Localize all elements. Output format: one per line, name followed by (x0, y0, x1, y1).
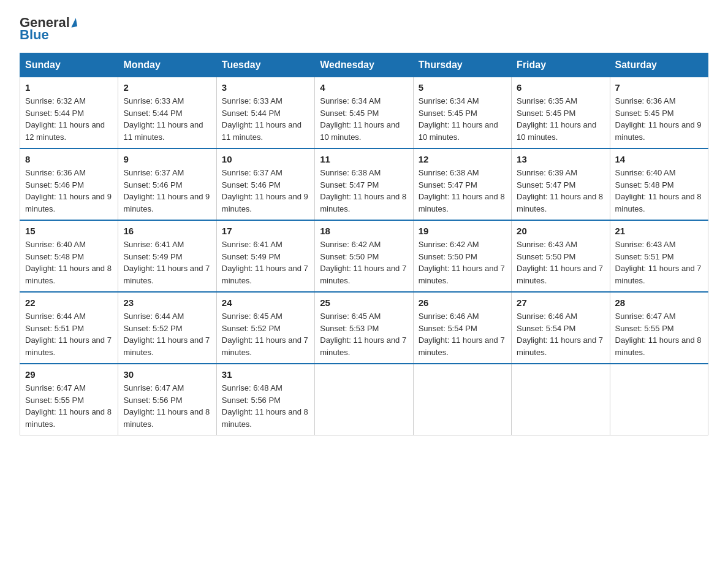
calendar-header-monday: Monday (118, 53, 216, 77)
day-info: Sunrise: 6:32 AM Sunset: 5:44 PM Dayligh… (25, 95, 113, 143)
day-number: 29 (25, 369, 113, 380)
day-info: Sunrise: 6:35 AM Sunset: 5:45 PM Dayligh… (517, 95, 604, 143)
calendar-header-saturday: Saturday (610, 53, 708, 77)
day-info: Sunrise: 6:41 AM Sunset: 5:49 PM Dayligh… (123, 239, 211, 286)
day-number: 5 (419, 82, 506, 93)
calendar-cell: 19 Sunrise: 6:42 AM Sunset: 5:50 PM Dayl… (413, 220, 511, 292)
day-info: Sunrise: 6:33 AM Sunset: 5:44 PM Dayligh… (123, 95, 211, 143)
day-number: 1 (25, 82, 113, 93)
day-number: 17 (222, 226, 309, 236)
calendar-cell (610, 364, 708, 435)
day-number: 10 (222, 154, 309, 164)
day-number: 16 (123, 226, 211, 236)
day-info: Sunrise: 6:44 AM Sunset: 5:51 PM Dayligh… (25, 310, 113, 358)
calendar-cell: 28 Sunrise: 6:47 AM Sunset: 5:55 PM Dayl… (610, 292, 708, 364)
day-number: 12 (419, 154, 506, 164)
calendar-cell: 9 Sunrise: 6:37 AM Sunset: 5:46 PM Dayli… (118, 148, 216, 220)
day-number: 19 (419, 226, 506, 236)
day-info: Sunrise: 6:38 AM Sunset: 5:47 PM Dayligh… (419, 167, 506, 215)
day-info: Sunrise: 6:44 AM Sunset: 5:52 PM Dayligh… (123, 310, 211, 358)
calendar-cell: 12 Sunrise: 6:38 AM Sunset: 5:47 PM Dayl… (413, 148, 511, 220)
calendar-cell: 2 Sunrise: 6:33 AM Sunset: 5:44 PM Dayli… (118, 77, 216, 149)
calendar-header-tuesday: Tuesday (216, 53, 314, 77)
day-info: Sunrise: 6:40 AM Sunset: 5:48 PM Dayligh… (615, 167, 703, 215)
calendar-cell: 5 Sunrise: 6:34 AM Sunset: 5:45 PM Dayli… (413, 77, 511, 149)
calendar-cell: 4 Sunrise: 6:34 AM Sunset: 5:45 PM Dayli… (315, 77, 413, 149)
calendar-cell: 8 Sunrise: 6:36 AM Sunset: 5:46 PM Dayli… (20, 148, 118, 220)
day-info: Sunrise: 6:34 AM Sunset: 5:45 PM Dayligh… (419, 95, 506, 143)
day-number: 7 (615, 82, 703, 93)
day-info: Sunrise: 6:41 AM Sunset: 5:49 PM Dayligh… (222, 239, 309, 286)
calendar-cell: 7 Sunrise: 6:36 AM Sunset: 5:45 PM Dayli… (610, 77, 708, 149)
calendar-cell: 18 Sunrise: 6:42 AM Sunset: 5:50 PM Dayl… (315, 220, 413, 292)
calendar-week-row: 22 Sunrise: 6:44 AM Sunset: 5:51 PM Dayl… (20, 292, 708, 364)
day-info: Sunrise: 6:43 AM Sunset: 5:50 PM Dayligh… (517, 239, 604, 286)
calendar-header-wednesday: Wednesday (315, 53, 413, 77)
day-info: Sunrise: 6:40 AM Sunset: 5:48 PM Dayligh… (25, 239, 113, 286)
day-info: Sunrise: 6:47 AM Sunset: 5:55 PM Dayligh… (25, 382, 113, 430)
day-info: Sunrise: 6:38 AM Sunset: 5:47 PM Dayligh… (320, 167, 408, 215)
day-number: 11 (320, 154, 408, 164)
calendar-cell (315, 364, 413, 435)
day-info: Sunrise: 6:36 AM Sunset: 5:46 PM Dayligh… (25, 167, 113, 215)
day-number: 26 (419, 297, 506, 308)
day-info: Sunrise: 6:45 AM Sunset: 5:53 PM Dayligh… (320, 310, 408, 358)
day-number: 18 (320, 226, 408, 236)
day-info: Sunrise: 6:34 AM Sunset: 5:45 PM Dayligh… (320, 95, 408, 143)
calendar-cell: 6 Sunrise: 6:35 AM Sunset: 5:45 PM Dayli… (512, 77, 610, 149)
day-number: 13 (517, 154, 604, 164)
day-number: 24 (222, 297, 309, 308)
calendar-cell: 25 Sunrise: 6:45 AM Sunset: 5:53 PM Dayl… (315, 292, 413, 364)
calendar-week-row: 15 Sunrise: 6:40 AM Sunset: 5:48 PM Dayl… (20, 220, 708, 292)
calendar-cell: 3 Sunrise: 6:33 AM Sunset: 5:44 PM Dayli… (216, 77, 314, 149)
calendar-cell (413, 364, 511, 435)
calendar-cell: 17 Sunrise: 6:41 AM Sunset: 5:49 PM Dayl… (216, 220, 314, 292)
calendar-header-row: SundayMondayTuesdayWednesdayThursdayFrid… (20, 53, 708, 77)
calendar-header-sunday: Sunday (20, 53, 118, 77)
day-info: Sunrise: 6:37 AM Sunset: 5:46 PM Dayligh… (222, 167, 309, 215)
day-number: 20 (517, 226, 604, 236)
day-info: Sunrise: 6:47 AM Sunset: 5:56 PM Dayligh… (123, 382, 211, 430)
day-info: Sunrise: 6:39 AM Sunset: 5:47 PM Dayligh… (517, 167, 604, 215)
day-info: Sunrise: 6:46 AM Sunset: 5:54 PM Dayligh… (517, 310, 604, 358)
calendar-week-row: 29 Sunrise: 6:47 AM Sunset: 5:55 PM Dayl… (20, 364, 708, 435)
day-info: Sunrise: 6:42 AM Sunset: 5:50 PM Dayligh… (419, 239, 506, 286)
calendar-cell: 29 Sunrise: 6:47 AM Sunset: 5:55 PM Dayl… (20, 364, 118, 435)
day-number: 28 (615, 297, 703, 308)
day-info: Sunrise: 6:36 AM Sunset: 5:45 PM Dayligh… (615, 95, 703, 143)
calendar-table: SundayMondayTuesdayWednesdayThursdayFrid… (20, 53, 708, 435)
day-number: 14 (615, 154, 703, 164)
calendar-week-row: 8 Sunrise: 6:36 AM Sunset: 5:46 PM Dayli… (20, 148, 708, 220)
calendar-week-row: 1 Sunrise: 6:32 AM Sunset: 5:44 PM Dayli… (20, 77, 708, 149)
calendar-cell: 26 Sunrise: 6:46 AM Sunset: 5:54 PM Dayl… (413, 292, 511, 364)
day-number: 23 (123, 297, 211, 308)
day-info: Sunrise: 6:48 AM Sunset: 5:56 PM Dayligh… (222, 382, 309, 430)
calendar-cell: 30 Sunrise: 6:47 AM Sunset: 5:56 PM Dayl… (118, 364, 216, 435)
calendar-cell: 21 Sunrise: 6:43 AM Sunset: 5:51 PM Dayl… (610, 220, 708, 292)
calendar-cell: 14 Sunrise: 6:40 AM Sunset: 5:48 PM Dayl… (610, 148, 708, 220)
calendar-cell: 20 Sunrise: 6:43 AM Sunset: 5:50 PM Dayl… (512, 220, 610, 292)
day-number: 22 (25, 297, 113, 308)
day-number: 8 (25, 154, 113, 164)
day-number: 9 (123, 154, 211, 164)
calendar-cell: 24 Sunrise: 6:45 AM Sunset: 5:52 PM Dayl… (216, 292, 314, 364)
calendar-header-thursday: Thursday (413, 53, 511, 77)
day-number: 30 (123, 369, 211, 380)
calendar-cell: 11 Sunrise: 6:38 AM Sunset: 5:47 PM Dayl… (315, 148, 413, 220)
day-number: 4 (320, 82, 408, 93)
day-number: 31 (222, 369, 309, 380)
day-number: 15 (25, 226, 113, 236)
calendar-cell: 15 Sunrise: 6:40 AM Sunset: 5:48 PM Dayl… (20, 220, 118, 292)
calendar-cell: 31 Sunrise: 6:48 AM Sunset: 5:56 PM Dayl… (216, 364, 314, 435)
day-info: Sunrise: 6:46 AM Sunset: 5:54 PM Dayligh… (419, 310, 506, 358)
calendar-cell: 27 Sunrise: 6:46 AM Sunset: 5:54 PM Dayl… (512, 292, 610, 364)
day-number: 21 (615, 226, 703, 236)
calendar-cell: 13 Sunrise: 6:39 AM Sunset: 5:47 PM Dayl… (512, 148, 610, 220)
day-info: Sunrise: 6:45 AM Sunset: 5:52 PM Dayligh… (222, 310, 309, 358)
calendar-cell: 1 Sunrise: 6:32 AM Sunset: 5:44 PM Dayli… (20, 77, 118, 149)
calendar-header-friday: Friday (512, 53, 610, 77)
day-number: 6 (517, 82, 604, 93)
day-number: 25 (320, 297, 408, 308)
logo-blue-text: Blue (20, 27, 49, 43)
calendar-cell: 23 Sunrise: 6:44 AM Sunset: 5:52 PM Dayl… (118, 292, 216, 364)
